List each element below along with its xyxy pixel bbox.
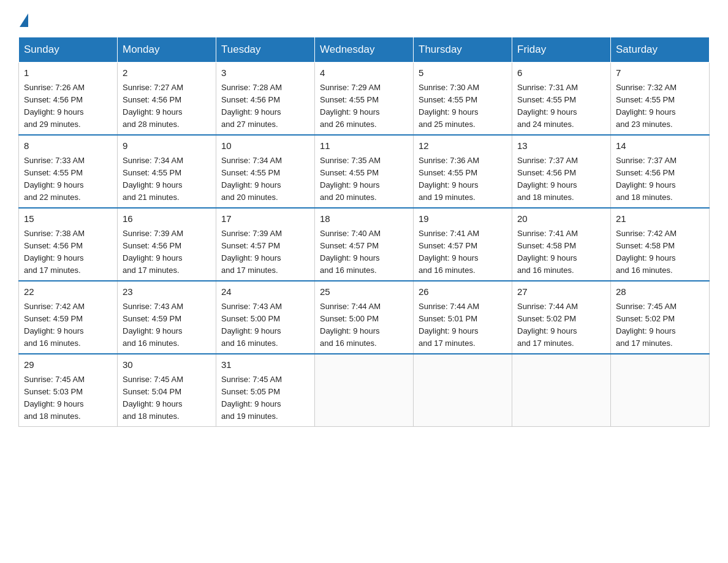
calendar-day-cell: 27Sunrise: 7:44 AMSunset: 5:02 PMDayligh… [512, 281, 611, 354]
day-number: 25 [320, 285, 408, 299]
calendar-day-cell: 3Sunrise: 7:28 AMSunset: 4:56 PMDaylight… [216, 63, 315, 136]
calendar-day-cell: 19Sunrise: 7:41 AMSunset: 4:57 PMDayligh… [414, 208, 512, 281]
day-sun-info: Sunrise: 7:36 AMSunset: 4:55 PMDaylight:… [419, 155, 507, 204]
day-number: 1 [24, 66, 112, 80]
day-number: 10 [221, 139, 309, 153]
day-number: 26 [419, 285, 507, 299]
calendar-day-cell: 2Sunrise: 7:27 AMSunset: 4:56 PMDaylight… [118, 63, 216, 136]
day-sun-info: Sunrise: 7:39 AMSunset: 4:57 PMDaylight:… [221, 228, 309, 277]
calendar-day-cell [611, 354, 710, 427]
calendar-day-cell: 16Sunrise: 7:39 AMSunset: 4:56 PMDayligh… [118, 208, 216, 281]
day-of-week-header: Monday [118, 37, 216, 63]
day-number: 12 [419, 139, 507, 153]
day-number: 6 [517, 66, 605, 80]
calendar-header: SundayMondayTuesdayWednesdayThursdayFrid… [19, 37, 710, 63]
day-sun-info: Sunrise: 7:42 AMSunset: 4:59 PMDaylight:… [24, 301, 112, 350]
day-sun-info: Sunrise: 7:33 AMSunset: 4:55 PMDaylight:… [24, 155, 112, 204]
calendar-day-cell: 14Sunrise: 7:37 AMSunset: 4:56 PMDayligh… [611, 135, 710, 208]
day-sun-info: Sunrise: 7:37 AMSunset: 4:56 PMDaylight:… [616, 155, 704, 204]
day-sun-info: Sunrise: 7:45 AMSunset: 5:02 PMDaylight:… [616, 301, 704, 350]
calendar-day-cell: 25Sunrise: 7:44 AMSunset: 5:00 PMDayligh… [315, 281, 414, 354]
calendar-day-cell: 9Sunrise: 7:34 AMSunset: 4:55 PMDaylight… [118, 135, 216, 208]
day-number: 24 [221, 285, 309, 299]
day-number: 27 [517, 285, 605, 299]
day-sun-info: Sunrise: 7:26 AMSunset: 4:56 PMDaylight:… [24, 82, 112, 131]
calendar-day-cell: 15Sunrise: 7:38 AMSunset: 4:56 PMDayligh… [19, 208, 118, 281]
calendar-day-cell: 22Sunrise: 7:42 AMSunset: 4:59 PMDayligh… [19, 281, 118, 354]
day-sun-info: Sunrise: 7:32 AMSunset: 4:55 PMDaylight:… [616, 82, 704, 131]
day-sun-info: Sunrise: 7:42 AMSunset: 4:58 PMDaylight:… [616, 228, 704, 277]
calendar-day-cell: 4Sunrise: 7:29 AMSunset: 4:55 PMDaylight… [315, 63, 414, 136]
calendar-day-cell: 7Sunrise: 7:32 AMSunset: 4:55 PMDaylight… [611, 63, 710, 136]
calendar-week-row: 29Sunrise: 7:45 AMSunset: 5:03 PMDayligh… [19, 354, 710, 427]
day-of-week-header: Tuesday [216, 37, 315, 63]
calendar-day-cell: 23Sunrise: 7:43 AMSunset: 4:59 PMDayligh… [118, 281, 216, 354]
calendar-day-cell [414, 354, 512, 427]
calendar-day-cell: 13Sunrise: 7:37 AMSunset: 4:56 PMDayligh… [512, 135, 611, 208]
logo-triangle-icon [20, 13, 28, 27]
day-sun-info: Sunrise: 7:37 AMSunset: 4:56 PMDaylight:… [517, 155, 605, 204]
day-number: 8 [24, 139, 112, 153]
day-number: 4 [320, 66, 408, 80]
calendar-day-cell: 12Sunrise: 7:36 AMSunset: 4:55 PMDayligh… [414, 135, 512, 208]
day-number: 29 [24, 358, 112, 372]
day-of-week-header: Friday [512, 37, 611, 63]
day-number: 17 [221, 212, 309, 226]
calendar-day-cell [315, 354, 414, 427]
day-number: 22 [24, 285, 112, 299]
day-number: 23 [123, 285, 211, 299]
day-number: 15 [24, 212, 112, 226]
calendar-day-cell: 30Sunrise: 7:45 AMSunset: 5:04 PMDayligh… [118, 354, 216, 427]
day-of-week-header: Thursday [414, 37, 512, 63]
day-sun-info: Sunrise: 7:41 AMSunset: 4:57 PMDaylight:… [419, 228, 507, 277]
day-sun-info: Sunrise: 7:29 AMSunset: 4:55 PMDaylight:… [320, 82, 408, 131]
calendar-body: 1Sunrise: 7:26 AMSunset: 4:56 PMDaylight… [19, 63, 710, 427]
day-number: 13 [517, 139, 605, 153]
calendar-day-cell: 1Sunrise: 7:26 AMSunset: 4:56 PMDaylight… [19, 63, 118, 136]
day-sun-info: Sunrise: 7:39 AMSunset: 4:56 PMDaylight:… [123, 228, 211, 277]
day-number: 5 [419, 66, 507, 80]
page-header [18, 12, 710, 27]
day-number: 11 [320, 139, 408, 153]
calendar-day-cell: 6Sunrise: 7:31 AMSunset: 4:55 PMDaylight… [512, 63, 611, 136]
calendar-day-cell: 21Sunrise: 7:42 AMSunset: 4:58 PMDayligh… [611, 208, 710, 281]
day-sun-info: Sunrise: 7:30 AMSunset: 4:55 PMDaylight:… [419, 82, 507, 131]
day-sun-info: Sunrise: 7:41 AMSunset: 4:58 PMDaylight:… [517, 228, 605, 277]
calendar-week-row: 22Sunrise: 7:42 AMSunset: 4:59 PMDayligh… [19, 281, 710, 354]
day-number: 2 [123, 66, 211, 80]
calendar-day-cell: 8Sunrise: 7:33 AMSunset: 4:55 PMDaylight… [19, 135, 118, 208]
day-number: 14 [616, 139, 704, 153]
day-sun-info: Sunrise: 7:43 AMSunset: 4:59 PMDaylight:… [123, 301, 211, 350]
day-number: 9 [123, 139, 211, 153]
day-sun-info: Sunrise: 7:31 AMSunset: 4:55 PMDaylight:… [517, 82, 605, 131]
day-header-row: SundayMondayTuesdayWednesdayThursdayFrid… [19, 37, 710, 63]
day-sun-info: Sunrise: 7:35 AMSunset: 4:55 PMDaylight:… [320, 155, 408, 204]
calendar-week-row: 1Sunrise: 7:26 AMSunset: 4:56 PMDaylight… [19, 63, 710, 136]
calendar-day-cell: 24Sunrise: 7:43 AMSunset: 5:00 PMDayligh… [216, 281, 315, 354]
calendar-day-cell: 28Sunrise: 7:45 AMSunset: 5:02 PMDayligh… [611, 281, 710, 354]
calendar-day-cell: 11Sunrise: 7:35 AMSunset: 4:55 PMDayligh… [315, 135, 414, 208]
day-number: 7 [616, 66, 704, 80]
day-sun-info: Sunrise: 7:43 AMSunset: 5:00 PMDaylight:… [221, 301, 309, 350]
calendar-week-row: 15Sunrise: 7:38 AMSunset: 4:56 PMDayligh… [19, 208, 710, 281]
calendar-day-cell: 18Sunrise: 7:40 AMSunset: 4:57 PMDayligh… [315, 208, 414, 281]
day-sun-info: Sunrise: 7:45 AMSunset: 5:04 PMDaylight:… [123, 373, 211, 423]
calendar-day-cell [512, 354, 611, 427]
day-sun-info: Sunrise: 7:27 AMSunset: 4:56 PMDaylight:… [123, 82, 211, 131]
calendar-day-cell: 5Sunrise: 7:30 AMSunset: 4:55 PMDaylight… [414, 63, 512, 136]
day-sun-info: Sunrise: 7:40 AMSunset: 4:57 PMDaylight:… [320, 228, 408, 277]
calendar-day-cell: 20Sunrise: 7:41 AMSunset: 4:58 PMDayligh… [512, 208, 611, 281]
day-number: 16 [123, 212, 211, 226]
calendar-day-cell: 17Sunrise: 7:39 AMSunset: 4:57 PMDayligh… [216, 208, 315, 281]
day-sun-info: Sunrise: 7:44 AMSunset: 5:00 PMDaylight:… [320, 301, 408, 350]
day-number: 19 [419, 212, 507, 226]
day-number: 31 [221, 358, 309, 372]
calendar-week-row: 8Sunrise: 7:33 AMSunset: 4:55 PMDaylight… [19, 135, 710, 208]
day-of-week-header: Saturday [611, 37, 710, 63]
calendar-day-cell: 26Sunrise: 7:44 AMSunset: 5:01 PMDayligh… [414, 281, 512, 354]
day-number: 28 [616, 285, 704, 299]
day-number: 21 [616, 212, 704, 226]
day-number: 3 [221, 66, 309, 80]
day-sun-info: Sunrise: 7:45 AMSunset: 5:05 PMDaylight:… [221, 373, 309, 423]
day-number: 18 [320, 212, 408, 226]
